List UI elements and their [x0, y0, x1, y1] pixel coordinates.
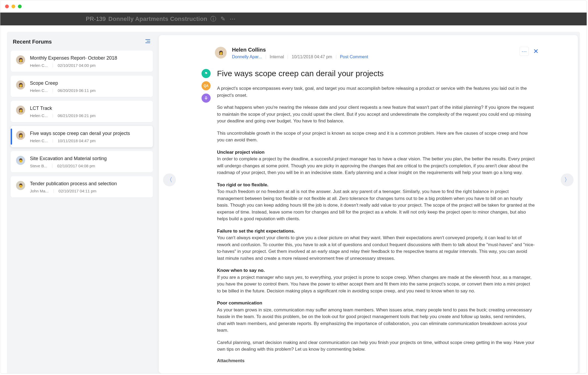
forum-timestamp: 02/10/2017 04:00 pm [58, 63, 96, 68]
section-heading: Poor communication [217, 300, 262, 306]
forum-author: Helen C... [30, 113, 48, 118]
forum-author: Helen C... [30, 63, 48, 68]
forum-author: John Ma... [30, 189, 49, 193]
post-title: Five ways scope creep can derail your pr… [217, 69, 535, 78]
forum-title: Site Excavation and Material sorting [30, 156, 107, 161]
post-paragraph: So what happens when you're nearing the … [217, 104, 535, 125]
post-paragraph: Poor communicationAs your team grows in … [217, 300, 535, 334]
recent-forums-sidebar: Recent Forums 👩 Monthly Expenses Report-… [7, 32, 157, 373]
post-paragraph: Failure to set the right expectations.Yo… [217, 228, 535, 262]
avatar: 👨 [16, 156, 25, 165]
post-header: 👩 Helen Collins Donnelly Apar... Interna… [175, 47, 562, 59]
avatar: 👨 [16, 181, 25, 190]
content-fade [217, 363, 562, 373]
post-meta: Donnelly Apar... Internal 10/11/2018 04:… [232, 55, 514, 59]
separator [288, 55, 288, 59]
section-text: As your team grows in size, communicatio… [217, 307, 532, 333]
forum-detail: 👩 Helen Collins Donnelly Apar... Interna… [157, 32, 580, 373]
post-more-icon[interactable]: ⋯ [520, 47, 529, 56]
forum-item-active[interactable]: 👩 Five ways scope creep can derail your … [11, 126, 153, 147]
post-paragraph: Too rigid or too flexible.Too much freed… [217, 181, 535, 222]
forum-timestamp: 10/11/2018 04:47 pm [58, 138, 96, 143]
post-paragraph: Unclear project visionIn order to comple… [217, 149, 535, 176]
app-body: Recent Forums 👩 Monthly Expenses Report-… [7, 32, 580, 373]
forum-item[interactable]: 👩 Scope Creep Helen C... 06/20/2019 06:1… [11, 76, 153, 97]
section-text: Too much freedom or no freedom at all is… [217, 189, 535, 221]
sidebar-title: Recent Forums [13, 39, 52, 45]
forum-item[interactable]: 👩 LCT Track Helen C... 06/21/2019 06:21 … [11, 101, 153, 122]
project-name: Donnelly Apartments Construction [109, 16, 207, 22]
forum-timestamp: 02/10/2017 04:11 pm [59, 189, 96, 193]
post-paragraph: Careful planning, smart decision making … [217, 339, 535, 353]
forum-timestamp: 02/10/2017 04:08 pm [57, 164, 95, 168]
pin-badge-icon[interactable] [202, 69, 211, 78]
announce-badge-icon[interactable] [202, 94, 211, 103]
avatar: 👩 [16, 55, 25, 64]
info-icon[interactable]: ⓘ [210, 16, 217, 22]
separator [53, 114, 53, 118]
section-heading: Failure to set the right expectations. [217, 229, 295, 234]
post-timestamp: 10/11/2018 04:47 pm [292, 55, 332, 59]
forum-title: Scope Creep [30, 80, 96, 86]
forum-title: Tender publication process and selection [30, 181, 117, 187]
separator [266, 55, 266, 59]
post-paragraph: This uncontrollable growth in the scope … [217, 130, 535, 144]
forum-title: LCT Track [30, 106, 96, 111]
separator [336, 55, 336, 59]
avatar: 👩 [16, 106, 25, 115]
post-visibility: Internal [270, 55, 284, 59]
post-paragraph: Know when to say no.If you are a project… [217, 267, 535, 294]
project-id: PR-139 [86, 16, 106, 22]
prev-post-button[interactable]: 〈 [163, 173, 176, 186]
qa-badge-icon[interactable]: QA [202, 81, 211, 90]
section-text: If you are a project manager who says [217, 275, 295, 280]
section-text-italic: yes [295, 275, 302, 280]
more-icon[interactable]: ⋯ [229, 16, 236, 22]
forum-item[interactable]: 👩 Monthly Expenses Report- October 2018 … [11, 51, 153, 72]
post-card: 👩 Helen Collins Donnelly Apar... Interna… [159, 35, 578, 373]
post-paragraph: A project's scope encompasses every task… [217, 85, 535, 99]
section-heading: Unclear project vision [217, 150, 265, 155]
post-project-link[interactable]: Donnelly Apar... [232, 55, 262, 59]
post-content: Five ways scope creep can derail your pr… [217, 69, 562, 373]
forum-title: Five ways scope creep can derail your pr… [30, 131, 130, 136]
post-comment-link[interactable]: Post Comment [340, 55, 368, 59]
separator [53, 89, 53, 92]
section-heading: Too rigid or too flexible. [217, 182, 268, 187]
app-window: PR-139 Donnelly Apartments Construction … [0, 0, 587, 374]
section-heading: Know when to say no. [217, 268, 265, 273]
zoom-window-dot[interactable] [18, 5, 22, 8]
project-topbar: PR-139 Donnelly Apartments Construction … [0, 13, 587, 25]
separator [52, 164, 52, 168]
forum-title: Monthly Expenses Report- October 2018 [30, 55, 117, 61]
forum-author: Helen C... [30, 138, 48, 143]
forum-author: Steve B... [30, 164, 47, 168]
next-post-button[interactable]: 〉 [561, 173, 574, 186]
mac-titlebar [0, 0, 587, 13]
forum-author: Helen C... [30, 88, 48, 93]
forum-timestamp: 06/20/2019 06:11 pm [58, 88, 96, 93]
separator [53, 139, 53, 143]
post-badges: QA [175, 69, 212, 373]
separator [53, 189, 54, 193]
separator [53, 64, 53, 67]
section-text: In order to complete a project by the de… [217, 156, 535, 175]
avatar: 👩 [16, 80, 25, 90]
forum-item[interactable]: 👨 Tender publication process and selecti… [11, 176, 153, 198]
section-text: You can't always expect your clients to … [217, 235, 535, 261]
post-author-avatar: 👩 [215, 47, 227, 59]
post-author-name: Helen Collins [232, 47, 514, 53]
avatar: 👩 [16, 131, 25, 140]
forum-timestamp: 06/21/2019 06:21 pm [58, 113, 96, 118]
minimize-window-dot[interactable] [11, 5, 15, 8]
collapse-sidebar-icon[interactable] [145, 38, 151, 45]
forum-item[interactable]: 👨 Site Excavation and Material sorting S… [11, 151, 153, 172]
post-close-icon[interactable]: ✕ [531, 47, 540, 56]
edit-icon[interactable]: ✎ [219, 16, 226, 22]
close-window-dot[interactable] [5, 5, 9, 8]
